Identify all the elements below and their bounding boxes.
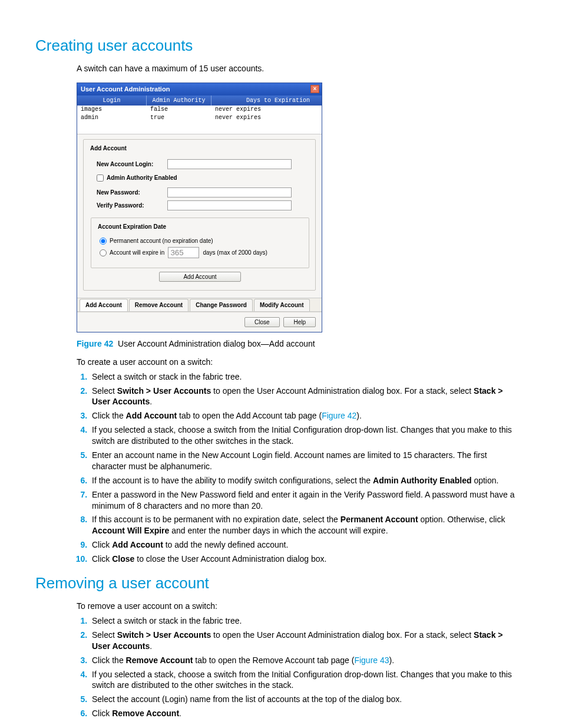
dialog-close-button[interactable]: Close [244, 317, 280, 327]
add-account-fieldset: Add Account New Account Login: Admin Aut… [83, 139, 316, 291]
permanent-label: Permanent account (no expiration date) [110, 237, 213, 245]
tab-change-password[interactable]: Change Password [190, 299, 253, 311]
step: Click Remove Account. [90, 708, 521, 719]
step: Select a switch or stack in the fabric t… [90, 371, 521, 383]
verify-password-input[interactable] [167, 200, 292, 210]
tab-remove-account[interactable]: Remove Account [129, 299, 189, 311]
step: Click Close to close the User Account Ad… [90, 554, 521, 565]
new-password-input[interactable] [167, 187, 292, 197]
col-days: Days to Expiration [211, 95, 322, 106]
step: Select a switch or stack in the fabric t… [90, 615, 521, 627]
cell-days: never expires [211, 114, 322, 122]
expiration-legend: Account Expiration Date [96, 223, 168, 231]
admin-authority-label: Admin Authority Enabled [107, 174, 177, 182]
cell-login: images [77, 106, 147, 114]
cell-days: never expires [211, 106, 322, 114]
step: Select Switch > User Accounts to open th… [90, 630, 521, 652]
heading-creating: Creating user accounts [35, 35, 527, 56]
step: If the account is to have the ability to… [90, 475, 521, 486]
step: Click the Add Account tab to open the Ad… [90, 410, 521, 421]
col-admin: Admin Authority [147, 95, 211, 106]
expire-days-input[interactable] [168, 247, 199, 258]
cell-admin: true [147, 114, 211, 122]
step: If you selected a stack, choose a switch… [90, 669, 521, 691]
new-password-label: New Password: [97, 189, 167, 197]
verify-password-label: Verify Password: [97, 202, 167, 210]
step: Select the account (Login) name from the… [90, 694, 521, 705]
table-body: images false never expires admin true ne… [77, 106, 322, 134]
tabs-row: Add Account Remove Account Change Passwo… [77, 298, 322, 312]
dialog-footer: Close Help [77, 312, 322, 332]
step: Click Add Account to add the newly defin… [90, 539, 521, 551]
table-row[interactable]: images false never expires [77, 106, 322, 114]
dialog-help-button[interactable]: Help [283, 317, 316, 327]
expire-prefix: Account will expire in [110, 249, 164, 257]
create-lead: To create a user account on a switch: [77, 357, 521, 368]
permanent-radio[interactable] [100, 238, 107, 245]
figure-text: User Account Administration dialog box—A… [118, 339, 315, 348]
figure-label: Figure 42 [77, 339, 113, 348]
cell-login: admin [77, 114, 147, 122]
expiration-fieldset: Account Expiration Date Permanent accoun… [91, 218, 309, 268]
new-login-label: New Account Login: [97, 160, 167, 169]
col-login: Login [77, 95, 147, 106]
dialog-titlebar: User Account Administration × [77, 83, 322, 95]
tab-add-account[interactable]: Add Account [80, 299, 128, 311]
expire-suffix: days (max of 2000 days) [203, 249, 267, 257]
expire-radio[interactable] [100, 249, 107, 256]
new-login-input[interactable] [167, 159, 292, 169]
close-icon[interactable]: × [310, 85, 319, 93]
fieldset-legend: Add Account [88, 144, 128, 153]
step: Enter an account name in the New Account… [90, 450, 521, 472]
figure-caption: Figure 42 User Account Administration di… [77, 338, 521, 350]
admin-authority-checkbox[interactable] [97, 174, 104, 182]
step: If this account is to be permanent with … [90, 514, 521, 536]
figure-link[interactable]: Figure 43 [354, 655, 389, 665]
create-steps: Select a switch or stack in the fabric t… [77, 371, 521, 565]
step: Enter a password in the New Password fie… [90, 489, 521, 512]
step: Click the Remove Account tab to open the… [90, 655, 521, 666]
remove-lead: To remove a user account on a switch: [77, 601, 521, 612]
remove-steps: Select a switch or stack in the fabric t… [77, 615, 521, 719]
dialog-title: User Account Administration [81, 85, 170, 94]
user-account-dialog: User Account Administration × Login Admi… [77, 83, 322, 332]
step: If you selected a stack, choose a switch… [90, 424, 521, 447]
table-row[interactable]: admin true never expires [77, 114, 322, 122]
figure-link[interactable]: Figure 42 [322, 411, 356, 420]
tab-modify-account[interactable]: Modify Account [254, 299, 310, 311]
step: Select Switch > User Accounts to open th… [90, 386, 521, 408]
intro-text: A switch can have a maximum of 15 user a… [77, 63, 521, 74]
table-header: Login Admin Authority Days to Expiration [77, 95, 322, 106]
add-account-button[interactable]: Add Account [159, 272, 240, 282]
heading-removing: Removing a user account [35, 573, 527, 594]
cell-admin: false [147, 106, 211, 114]
